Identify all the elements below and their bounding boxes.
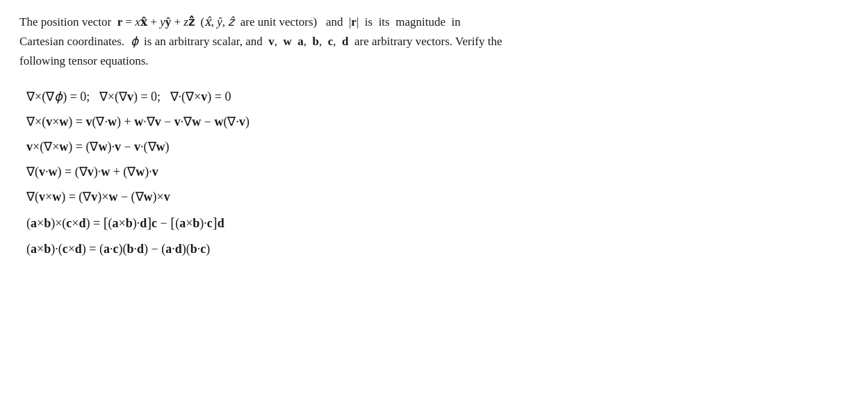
equation-6: (a×b)×(c×d) = [(a×b)·d]c − [(a×b)·c]d [26, 215, 849, 230]
intro-paragraph: The position vector r = xx̂ + yŷ + zẑ (x… [19, 13, 849, 71]
equation-1: ∇×(∇ϕ) = 0; ∇×(∇v) = 0; ∇·(∇×v) = 0 [26, 90, 849, 103]
intro-line3: following tensor equations. [19, 54, 149, 67]
intro-line2: Cartesian coordinates. ϕ is an arbitrary… [19, 35, 502, 48]
equation-3: v×(∇×w) = (∇w)·v − v·(∇w) [26, 140, 849, 153]
r-bold: r [117, 15, 123, 28]
equation-7: (a×b)·(c×d) = (a·c)(b·d) − (a·d)(b·c) [26, 243, 849, 255]
intro-line1: The position vector r = xx̂ + yŷ + zẑ (x… [19, 15, 461, 28]
equation-4: ∇(v·w) = (∇v)·w + (∇w)·v [26, 165, 849, 178]
equations-block: ∇×(∇ϕ) = 0; ∇×(∇v) = 0; ∇·(∇×v) = 0 ∇×(v… [19, 90, 849, 255]
equation-2: ∇×(v×w) = v(∇·w) + w·∇v − v·∇w − w(∇·v) [26, 115, 849, 128]
main-content: The position vector r = xx̂ + yŷ + zẑ (x… [19, 13, 849, 255]
equation-5: ∇(v×w) = (∇v)×w − (∇w)×v [26, 190, 849, 203]
